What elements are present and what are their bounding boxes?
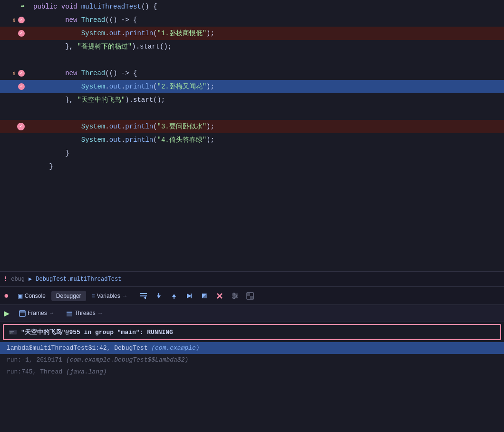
threads-tab-icon	[66, 310, 73, 317]
svg-rect-24	[67, 312, 72, 313]
debugger-tab-label: Debugger	[56, 293, 81, 299]
debug-header: ! ebug ▶ DebugTest.multiThreadTest	[0, 272, 504, 287]
code-line: }, "天空中的飞鸟").start();	[0, 93, 504, 107]
svg-rect-26	[67, 315, 72, 316]
console-tab-label: Console	[25, 293, 46, 299]
code-line-highlighted: ✓ System.out.println("2.卧梅又闻花");	[0, 80, 504, 93]
tab-debugger[interactable]: Debugger	[51, 291, 86, 301]
code-line	[0, 187, 504, 200]
code-content: }	[29, 147, 504, 160]
stack-item[interactable]: lambda$multiThreadTest$1:42, DebugTest (…	[0, 342, 504, 354]
settings-button[interactable]	[229, 291, 241, 301]
svg-point-16	[233, 293, 235, 295]
code-content: }, "菩提树下的杨过").start();	[29, 40, 504, 53]
breakpoint-icon[interactable]: ✓	[18, 30, 25, 37]
svg-rect-21	[250, 296, 253, 299]
thread-running-row[interactable]: ✓ "天空中的飞鸟"@955 in group "main": RUNNING	[3, 324, 501, 340]
code-line: }	[0, 147, 504, 160]
threads-tab-label: Threads	[75, 310, 96, 316]
line-gutter: ⇧ ✓	[0, 13, 29, 27]
step-out-button[interactable]	[168, 291, 180, 301]
bottom-panel: ! ebug ▶ DebugTest.multiThreadTest ● ▣ C…	[0, 271, 504, 432]
stack-item[interactable]: run:-1, 2619171 (com.example.DebugTest$$…	[0, 354, 504, 366]
code-content: System.out.println("3.要问卧似水");	[29, 120, 504, 133]
line-gutter: ✓	[0, 123, 29, 130]
variables-arrow: →	[122, 293, 128, 299]
variables-tab-label: Variables	[97, 293, 120, 299]
code-line	[0, 213, 504, 226]
sub-tabs-row: ▶ Frames → Threads →	[0, 305, 504, 322]
threads-tab[interactable]: Threads →	[61, 308, 108, 319]
debug-error-icon: !	[4, 276, 7, 283]
debug-play-icon: ▶	[29, 275, 32, 283]
stop-icon: ●	[4, 291, 9, 301]
code-line	[0, 53, 504, 67]
code-line: }	[0, 160, 504, 173]
code-line	[0, 173, 504, 187]
code-content	[29, 173, 504, 187]
stop-button[interactable]	[213, 291, 226, 301]
frames-tab-arrow: →	[49, 310, 55, 316]
evaluate-button[interactable]	[198, 291, 211, 301]
svg-rect-20	[247, 293, 250, 296]
code-line: ⇧ ✓ new Thread(() -> {	[0, 13, 504, 27]
breakpoint-icon[interactable]: ✓	[18, 83, 25, 90]
breakpoint-icon[interactable]: ✓	[18, 70, 25, 77]
stack-method: lambda$multiThreadTest$1:42, DebugTest	[7, 344, 151, 352]
code-content	[29, 200, 504, 213]
svg-rect-29	[10, 331, 14, 332]
stack-item[interactable]: run:745, Thread (java.lang)	[0, 366, 504, 378]
orange-arrow-icon: ⇧	[12, 13, 16, 27]
code-line-error: ✓ System.out.println("3.要问卧似水");	[0, 120, 504, 133]
code-content: System.out.println("4.倚头答春绿");	[29, 133, 504, 147]
code-line: }, "菩提树下的杨过").start();	[0, 40, 504, 53]
run-to-cursor-button[interactable]	[183, 291, 195, 301]
line-gutter: ⇧ ✓	[0, 67, 29, 80]
code-lines: ➦ public void multiThreadTest() { ⇧ ✓ ne…	[0, 0, 504, 271]
tabs-row: ● ▣ Console Debugger ≡ Variables →	[0, 287, 504, 305]
green-play-icon: ▶	[4, 307, 10, 319]
frames-tab[interactable]: Frames →	[14, 308, 59, 319]
code-content	[29, 213, 504, 226]
code-line-error: ✓ System.out.println("1.卧枝商恨低");	[0, 27, 504, 40]
code-line	[0, 200, 504, 213]
frames-tab-label: Frames	[28, 310, 47, 316]
debug-label: ebug	[11, 276, 25, 283]
code-content: new Thread(() -> {	[29, 67, 504, 80]
svg-rect-6	[174, 296, 174, 299]
stack-location: (com.example)	[151, 344, 199, 352]
code-line: System.out.println("4.倚头答春绿");	[0, 133, 504, 147]
svg-marker-2	[144, 296, 146, 299]
tab-console[interactable]: ▣ Console	[13, 291, 50, 301]
code-content: }, "天空中的飞鸟").start();	[29, 93, 504, 107]
code-content: System.out.println("1.卧枝商恨低");	[29, 27, 504, 40]
svg-rect-4	[158, 293, 159, 296]
line-gutter: ➦	[0, 0, 29, 13]
green-arrow-icon: ➦	[21, 0, 25, 13]
svg-rect-1	[140, 295, 147, 296]
step-into-button[interactable]	[153, 291, 165, 301]
svg-rect-25	[67, 314, 72, 314]
svg-rect-0	[140, 293, 147, 294]
code-line	[0, 226, 504, 240]
orange-arrow-icon: ⇧	[12, 67, 16, 80]
stack-list: lambda$multiThreadTest$1:42, DebugTest (…	[0, 342, 504, 432]
code-line	[0, 107, 504, 120]
stack-location: (com.example.DebugTest$$Lambda$2)	[66, 356, 188, 363]
debug-title: DebugTest.multiThreadTest	[36, 276, 121, 283]
tab-variables[interactable]: ≡ Variables →	[87, 291, 133, 301]
stack-location: (java.lang)	[66, 368, 107, 375]
code-line: ➦ public void multiThreadTest() {	[0, 0, 504, 13]
frames-tab-icon	[19, 310, 26, 317]
toolbar-icons	[137, 291, 256, 301]
line-gutter: ✓	[0, 30, 29, 37]
svg-point-18	[233, 297, 235, 299]
code-content	[29, 226, 504, 240]
step-over-button[interactable]	[137, 291, 150, 301]
breakpoint-icon[interactable]: ✓	[18, 17, 25, 23]
code-content: System.out.println("2.卧梅又闻花");	[29, 80, 504, 93]
breakpoint-icon[interactable]: ✓	[17, 123, 25, 130]
code-line: ⇧ ✓ new Thread(() -> {	[0, 67, 504, 80]
stack-method: run:-1, 2619171	[7, 356, 66, 363]
restore-layout-button[interactable]	[244, 291, 256, 301]
